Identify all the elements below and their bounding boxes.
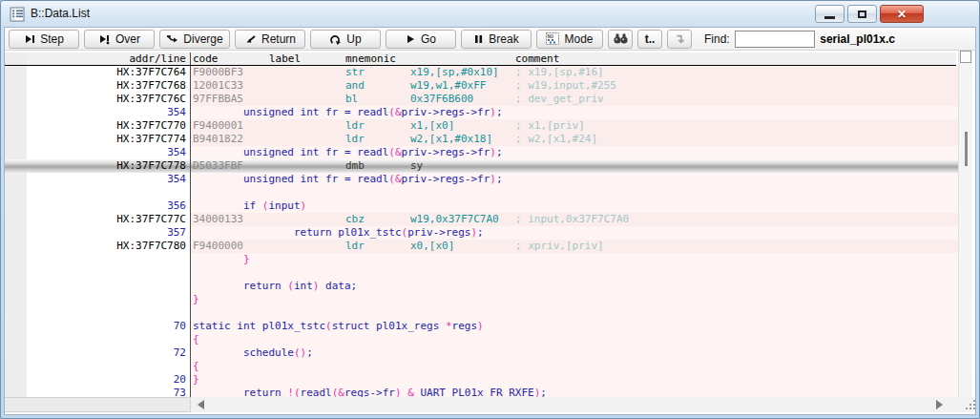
resize-grip-icon[interactable] xyxy=(966,408,968,409)
vertical-scroll-thumb[interactable] xyxy=(965,132,968,166)
step-button[interactable]: Step xyxy=(9,30,79,49)
svg-text:NO: NO xyxy=(548,33,554,39)
row-body: F9400000ldrx0,[x0]; xpriv,[priv] xyxy=(190,240,959,253)
return-button[interactable]: Return xyxy=(235,30,305,49)
breakpoint-gutter[interactable] xyxy=(5,106,27,119)
comment-cell xyxy=(515,159,959,173)
find-input[interactable] xyxy=(735,31,815,48)
breakpoint-gutter[interactable] xyxy=(5,266,27,280)
row-body: { xyxy=(190,360,959,373)
code-cell: B9401822 xyxy=(193,133,269,146)
list-row[interactable]: { xyxy=(5,333,959,346)
breakpoint-gutter[interactable] xyxy=(5,199,27,213)
nav-up-icon: t.. xyxy=(645,32,656,46)
titlebar[interactable]: B::Data.List ✕ xyxy=(1,1,979,27)
breakpoint-gutter[interactable] xyxy=(5,226,27,240)
source-text: (& xyxy=(388,173,401,186)
list-row[interactable]: HX:37F7C770F9400001ldrx1,[x0]; x1,[priv] xyxy=(5,119,959,133)
row-body: if (input) xyxy=(190,199,959,213)
scroll-left-button[interactable] xyxy=(193,397,208,412)
comment-cell: ; x1,[priv] xyxy=(515,119,959,133)
vertical-scrollbar[interactable] xyxy=(958,51,972,397)
row-body xyxy=(190,306,959,320)
breakpoint-gutter[interactable] xyxy=(5,346,27,360)
operands-cell: x1,[x0] xyxy=(410,119,515,133)
breakpoint-gutter[interactable] xyxy=(5,133,27,146)
row-body: } xyxy=(190,293,959,306)
breakpoint-gutter[interactable] xyxy=(5,253,27,266)
nav-up-button[interactable]: t.. xyxy=(637,30,662,49)
over-button[interactable]: Over xyxy=(84,30,155,49)
list-row[interactable] xyxy=(5,186,959,199)
breakpoint-gutter[interactable] xyxy=(5,240,27,253)
breakpoint-gutter[interactable] xyxy=(5,173,27,186)
list-row[interactable]: 20} xyxy=(5,373,959,387)
list-row[interactable]: } xyxy=(5,293,959,306)
breakpoint-gutter[interactable] xyxy=(5,333,27,346)
list-row[interactable]: 356 if (input) xyxy=(5,199,959,213)
breakpoint-gutter[interactable] xyxy=(5,306,27,320)
list-row[interactable]: } xyxy=(5,253,959,266)
list-row[interactable]: HX:37F7C76812001C33andw19,w1,#0xFF; w19,… xyxy=(5,79,959,93)
list-row[interactable] xyxy=(5,306,959,320)
source-text: regs xyxy=(452,320,478,333)
list-row[interactable]: HX:37F7C77C34000133cbzw19,0x37F7C7A0; in… xyxy=(5,213,959,226)
follow-button[interactable]: ↴ xyxy=(667,30,692,49)
breakpoint-gutter[interactable] xyxy=(5,373,27,387)
list-row[interactable]: HX:37F7C764F9000BF3strx19,[sp,#0x10]; x1… xyxy=(5,66,959,79)
breakpoint-gutter[interactable] xyxy=(5,360,27,373)
list-row[interactable]: 357 return pl01x_tstc(priv->regs); xyxy=(5,226,959,240)
line-number-cell: 356 xyxy=(27,199,190,213)
minimize-button[interactable] xyxy=(815,5,844,23)
comment-cell: ; x19,[sp,#16] xyxy=(515,66,959,79)
mode-button[interactable]: NO Mode xyxy=(536,30,603,49)
address-cell: HX:37F7C778 xyxy=(27,159,190,173)
breakpoint-gutter[interactable] xyxy=(5,280,27,293)
current-pc-row[interactable]: HX:37F7C778D5033FBFdmbsy xyxy=(5,159,959,173)
step-icon xyxy=(24,33,35,45)
diverge-button[interactable]: Diverge xyxy=(159,30,230,49)
list-row[interactable]: return (int) data; xyxy=(5,280,959,293)
binoculars-icon xyxy=(613,32,629,45)
scroll-right-button[interactable] xyxy=(931,397,947,412)
breakpoint-gutter[interactable] xyxy=(5,79,27,93)
breakpoint-gutter[interactable] xyxy=(5,119,27,133)
up-button[interactable]: Up xyxy=(310,30,381,49)
go-button[interactable]: Go xyxy=(386,30,456,49)
list-row[interactable]: 72 schedule(); xyxy=(5,346,959,360)
break-button[interactable]: Break xyxy=(461,30,532,49)
list-row[interactable] xyxy=(5,266,959,280)
list-row[interactable]: HX:37F7C780F9400000ldrx0,[x0]; xpriv,[pr… xyxy=(5,240,959,253)
breakpoint-gutter[interactable] xyxy=(5,159,27,173)
list-row[interactable]: HX:37F7C76C97FFBBA5bl0x37F6B600; dev_get… xyxy=(5,93,959,106)
breakpoint-gutter[interactable] xyxy=(5,146,27,159)
source-text: return xyxy=(193,280,287,293)
horizontal-scrollbar[interactable] xyxy=(191,397,973,412)
listing-header: addr/line codelabelmnemoniccomment xyxy=(5,52,956,66)
list-row[interactable]: 354 unsigned int fr = readl(&priv->regs-… xyxy=(5,173,959,186)
list-row[interactable]: 354 unsigned int fr = readl(&priv->regs-… xyxy=(5,146,959,159)
view-button[interactable] xyxy=(608,30,633,49)
source-text: { xyxy=(193,360,199,373)
find-label: Find: xyxy=(704,32,730,46)
list-row[interactable]: { xyxy=(5,360,959,373)
breakpoint-gutter[interactable] xyxy=(5,93,27,106)
vertical-scroll-top-button[interactable] xyxy=(960,51,971,63)
breakpoint-gutter[interactable] xyxy=(5,320,27,333)
breakpoint-gutter[interactable] xyxy=(5,213,27,226)
source-text: ; xyxy=(496,146,503,159)
row-body: unsigned int fr = readl(&priv->regs->fr)… xyxy=(190,106,959,119)
list-row[interactable]: 354 unsigned int fr = readl(&priv->regs-… xyxy=(5,106,959,119)
breakpoint-gutter[interactable] xyxy=(5,66,27,79)
source-text: struct pl01x_regs xyxy=(332,320,446,333)
maximize-button[interactable] xyxy=(847,5,877,23)
address-cell: HX:37F7C77C xyxy=(27,213,190,226)
breakpoint-gutter[interactable] xyxy=(5,293,27,306)
breakpoint-gutter[interactable] xyxy=(5,186,27,199)
address-cell: HX:37F7C770 xyxy=(27,119,190,133)
close-button[interactable]: ✕ xyxy=(880,5,924,23)
label-cell xyxy=(269,240,345,253)
list-row[interactable]: 70static int pl01x_tstc(struct pl01x_reg… xyxy=(5,320,959,333)
diverge-label: Diverge xyxy=(183,32,222,46)
list-row[interactable]: HX:37F7C774B9401822ldrw2,[x1,#0x18]; w2,… xyxy=(5,133,959,146)
